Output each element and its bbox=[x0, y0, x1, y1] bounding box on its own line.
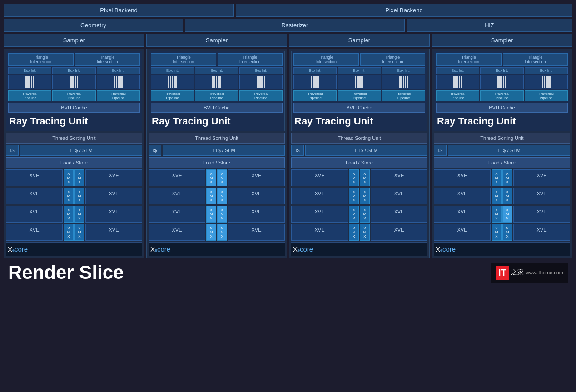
watermark: IT 之家 www.ithome.com bbox=[491, 263, 568, 283]
vlines-2c bbox=[239, 75, 283, 89]
xm-box-3-2-a: XMX bbox=[349, 188, 359, 204]
xve-row-2-4: XVE XMX XMX XVE bbox=[149, 224, 285, 241]
triangle-row-1: TriangleIntersection TriangleIntersectio… bbox=[8, 53, 140, 66]
triangle-intersection-1b: TriangleIntersection bbox=[75, 53, 140, 66]
rtu-section-3: TriangleIntersection TriangleIntersectio… bbox=[291, 51, 427, 131]
traversal-unit-4b: Box Int. TraversalPipeline bbox=[480, 67, 523, 101]
xve-2-2-a: XVE bbox=[149, 188, 205, 204]
vlines-4c bbox=[525, 75, 568, 89]
xm-box-4-4-a: XMX bbox=[492, 224, 502, 241]
box-int-4a: Box Int. bbox=[436, 67, 479, 74]
triangle-intersection-2a: TriangleIntersection bbox=[151, 53, 216, 66]
box-int-2a: Box Int. bbox=[151, 67, 194, 74]
cache-row-3: I$ L1$ / SLM bbox=[291, 145, 427, 156]
xm-box-1-2-a: XMX bbox=[64, 188, 74, 204]
xve-row-3-4: XVE XMX XMX XVE bbox=[291, 224, 427, 241]
traversal-unit-3c: Box Int. TraversalPipeline bbox=[382, 67, 425, 101]
vlines-3c bbox=[382, 75, 425, 89]
xm-box-4-2-a: XMX bbox=[492, 188, 502, 204]
box-int-2b: Box Int. bbox=[195, 67, 238, 74]
box-int-2c: Box Int. bbox=[239, 67, 283, 74]
xm-group-1-4: XMX XMX bbox=[64, 224, 84, 241]
xve-1-3-a: XVE bbox=[6, 206, 63, 223]
traversal-unit-3b: Box Int. TraversalPipeline bbox=[338, 67, 381, 101]
xve-row-4-4: XVE XMX XMX XVE bbox=[434, 224, 570, 241]
xm-box-2-1-a: XMX bbox=[206, 169, 216, 186]
xve-2-4-b: XVE bbox=[228, 224, 285, 241]
box-int-3c: Box Int. bbox=[382, 67, 425, 74]
xe-text-1: X bbox=[8, 245, 12, 253]
cache-row-2: I$ L1$ / SLM bbox=[149, 145, 285, 156]
main-container: Pixel Backend Pixel Backend Geometry Ras… bbox=[0, 0, 576, 392]
xe-text-2: X bbox=[150, 245, 155, 253]
xm-group-2-4: XMX XMX bbox=[206, 224, 227, 241]
xe-core-block-2: TriangleIntersection TriangleIntersectio… bbox=[146, 49, 287, 258]
thread-sorting-4: Thread Sorting Unit bbox=[434, 133, 570, 144]
xm-box-3-1-a: XMX bbox=[349, 169, 359, 186]
cores-row: TriangleIntersection TriangleIntersectio… bbox=[4, 49, 572, 258]
traversal-pipeline-1b: TraversalPipeline bbox=[52, 90, 95, 101]
xve-2-2-b: XVE bbox=[228, 188, 285, 204]
pixel-backend-row: Pixel Backend Pixel Backend bbox=[4, 4, 572, 17]
xm-box-3-4-a: XMX bbox=[349, 224, 359, 241]
xve-row-4-3: XVE XMX XMX XVE bbox=[434, 206, 570, 223]
l1-slm-3: L1$ / SLM bbox=[305, 145, 427, 156]
xve-3-4-a: XVE bbox=[291, 224, 348, 241]
box-int-1b: Box Int. bbox=[52, 67, 95, 74]
traversal-pipeline-3b: TraversalPipeline bbox=[338, 90, 381, 101]
load-store-4: Load / Store bbox=[434, 157, 570, 168]
xve-3-2-b: XVE bbox=[371, 188, 427, 204]
xm-box-1-2-b: XMX bbox=[74, 188, 84, 204]
xe-core-word-1: core bbox=[15, 245, 28, 253]
is-cache-2: I$ bbox=[149, 145, 161, 156]
xve-1-1-a: XVE bbox=[6, 169, 63, 186]
xe-text-3: X bbox=[293, 245, 298, 253]
xm-box-1-1-a: XMX bbox=[64, 169, 74, 186]
traversal-pipeline-1c: TraversalPipeline bbox=[97, 90, 140, 101]
xve-4-4-b: XVE bbox=[513, 224, 570, 241]
xm-box-2-2-b: XMX bbox=[217, 188, 227, 204]
bvh-cache-1: BVH Cache bbox=[8, 103, 140, 113]
xve-2-4-a: XVE bbox=[149, 224, 205, 241]
cache-row-4: I$ L1$ / SLM bbox=[434, 145, 570, 156]
triangle-intersection-4b: TriangleIntersection bbox=[503, 53, 568, 66]
traversal-unit-1b: Box Int. TraversalPipeline bbox=[52, 67, 95, 101]
xve-3-1-b: XVE bbox=[371, 169, 427, 186]
xm-group-2-3: XMX XMX bbox=[206, 206, 227, 223]
xve-4-3-a: XVE bbox=[434, 206, 491, 223]
xve-row-3-1: XVE XMX XMX XVE bbox=[291, 169, 427, 186]
xve-2-3-a: XVE bbox=[149, 206, 205, 223]
xm-box-4-3-a: XMX bbox=[492, 206, 502, 223]
xm-group-4-2: XMX XMX bbox=[492, 188, 512, 204]
xm-group-3-4: XMX XMX bbox=[349, 224, 370, 241]
triangle-intersection-2b: TriangleIntersection bbox=[218, 53, 283, 66]
xm-box-3-3-a: XMX bbox=[349, 206, 359, 223]
xm-box-1-4-b: XMX bbox=[74, 224, 84, 241]
vlines-2b bbox=[195, 75, 238, 89]
xe-core-label-2: Xecore bbox=[149, 242, 285, 256]
xve-row-2-2: XVE XMX XMX XVE bbox=[149, 188, 285, 204]
box-int-4c: Box Int. bbox=[525, 67, 568, 74]
xve-4-2-a: XVE bbox=[434, 188, 491, 204]
it-logo: IT bbox=[496, 266, 509, 280]
xm-box-2-2-a: XMX bbox=[206, 188, 216, 204]
triangle-row-4: TriangleIntersection TriangleIntersectio… bbox=[436, 53, 568, 66]
load-store-2: Load / Store bbox=[149, 157, 285, 168]
box-int-3b: Box Int. bbox=[338, 67, 381, 74]
traversal-unit-2a: Box Int. TraversalPipeline bbox=[151, 67, 194, 101]
xm-box-3-2-b: XMX bbox=[360, 188, 370, 204]
load-store-3: Load / Store bbox=[291, 157, 427, 168]
box-int-3a: Box Int. bbox=[293, 67, 337, 74]
xve-3-3-a: XVE bbox=[291, 206, 348, 223]
xm-box-4-3-b: XMX bbox=[502, 206, 512, 223]
xve-3-4-b: XVE bbox=[371, 224, 427, 241]
xe-text-4: X bbox=[436, 245, 440, 253]
l1-slm-4: L1$ / SLM bbox=[448, 145, 570, 156]
vlines-3b bbox=[338, 75, 381, 89]
traversal-pipeline-2b: TraversalPipeline bbox=[195, 90, 238, 101]
triangle-row-2: TriangleIntersection TriangleIntersectio… bbox=[151, 53, 283, 66]
xve-row-3-2: XVE XMX XMX XVE bbox=[291, 188, 427, 204]
traversal-pipeline-4a: TraversalPipeline bbox=[436, 90, 479, 101]
thread-sorting-1: Thread Sorting Unit bbox=[6, 133, 142, 144]
sampler-3: Sampler bbox=[289, 34, 430, 47]
